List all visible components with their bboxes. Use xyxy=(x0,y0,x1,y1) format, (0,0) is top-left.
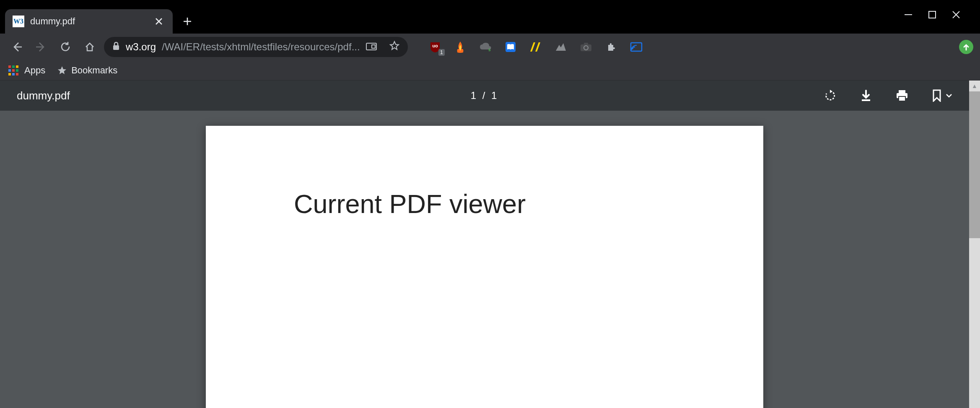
close-window-button[interactable] xyxy=(951,10,961,19)
extensions-row: uo 1 s xyxy=(429,41,643,53)
browser-tabstrip: W3 dummy.pdf xyxy=(0,0,980,34)
pdf-page-indicator[interactable]: 1 / 1 xyxy=(471,90,499,101)
extension-mountain-icon[interactable] xyxy=(555,41,567,53)
extension-reader-icon[interactable] xyxy=(504,41,517,53)
star-icon xyxy=(57,65,67,75)
favicon-w3: W3 xyxy=(13,16,24,27)
apps-shortcut[interactable]: Apps xyxy=(8,65,45,76)
bookmarks-bar: Apps Bookmarks xyxy=(0,60,980,81)
new-tab-button[interactable] xyxy=(173,9,202,34)
pdf-content-area[interactable]: Current PDF viewer xyxy=(0,111,969,408)
extension-cloud-icon[interactable]: s xyxy=(479,41,492,53)
forward-button[interactable] xyxy=(31,37,51,57)
url-domain: w3.org xyxy=(126,41,156,53)
pdf-toolbar: dummy.pdf 1 / 1 xyxy=(0,81,969,111)
bookmarks-label: Bookmarks xyxy=(71,65,117,76)
extension-flame-icon[interactable] xyxy=(454,41,467,53)
address-bar[interactable]: w3.org/WAI/ER/tests/xhtml/testfiles/reso… xyxy=(104,37,408,57)
close-tab-button[interactable] xyxy=(153,13,165,30)
svg-rect-9 xyxy=(584,43,588,45)
extension-camera-icon[interactable] xyxy=(580,41,592,53)
svg-rect-0 xyxy=(929,11,936,18)
extension-ublock-badge: 1 xyxy=(438,49,445,56)
reload-button[interactable] xyxy=(55,37,75,57)
cast-icon[interactable] xyxy=(630,41,643,53)
svg-rect-11 xyxy=(862,99,870,101)
scroll-up-button[interactable]: ▲ xyxy=(969,81,980,91)
pdf-page: Current PDF viewer xyxy=(206,126,763,408)
bookmark-page-button[interactable] xyxy=(932,89,941,102)
window-controls xyxy=(904,0,980,31)
install-app-icon[interactable] xyxy=(366,43,377,51)
back-button[interactable] xyxy=(7,37,27,57)
url-path: /WAI/ER/tests/xhtml/testfiles/resources/… xyxy=(162,41,360,53)
lock-icon xyxy=(112,41,120,53)
svg-text:uo: uo xyxy=(432,43,438,48)
apps-grid-icon xyxy=(8,65,18,75)
apps-label: Apps xyxy=(24,65,45,76)
bookmarks-folder[interactable]: Bookmarks xyxy=(57,65,117,76)
minimize-window-button[interactable] xyxy=(904,10,913,19)
svg-rect-3 xyxy=(372,45,375,48)
print-button[interactable] xyxy=(895,89,909,102)
bookmark-star-icon[interactable] xyxy=(383,41,399,53)
browser-tab-active[interactable]: W3 dummy.pdf xyxy=(5,9,173,34)
svg-rect-1 xyxy=(113,45,119,50)
extension-ublock-icon[interactable]: uo 1 xyxy=(429,41,441,53)
extensions-puzzle-icon[interactable] xyxy=(605,41,617,53)
download-button[interactable] xyxy=(860,89,872,102)
vertical-scrollbar[interactable]: ▲ xyxy=(969,81,980,408)
rotate-button[interactable] xyxy=(824,89,837,102)
pdf-filename: dummy.pdf xyxy=(17,89,70,102)
bookmark-dropdown-icon[interactable] xyxy=(946,94,952,98)
browser-toolbar: w3.org/WAI/ER/tests/xhtml/testfiles/reso… xyxy=(0,34,980,60)
tab-title: dummy.pdf xyxy=(30,16,147,27)
svg-rect-14 xyxy=(899,96,905,101)
home-button[interactable] xyxy=(80,37,100,57)
maximize-window-button[interactable] xyxy=(928,10,936,19)
pdf-heading: Current PDF viewer xyxy=(294,189,675,219)
profile-avatar[interactable] xyxy=(959,40,973,54)
extension-bars-icon[interactable] xyxy=(529,41,542,53)
svg-text:s: s xyxy=(488,47,491,52)
scroll-track[interactable] xyxy=(969,91,980,408)
svg-rect-12 xyxy=(899,90,905,93)
scroll-thumb[interactable] xyxy=(969,91,980,238)
